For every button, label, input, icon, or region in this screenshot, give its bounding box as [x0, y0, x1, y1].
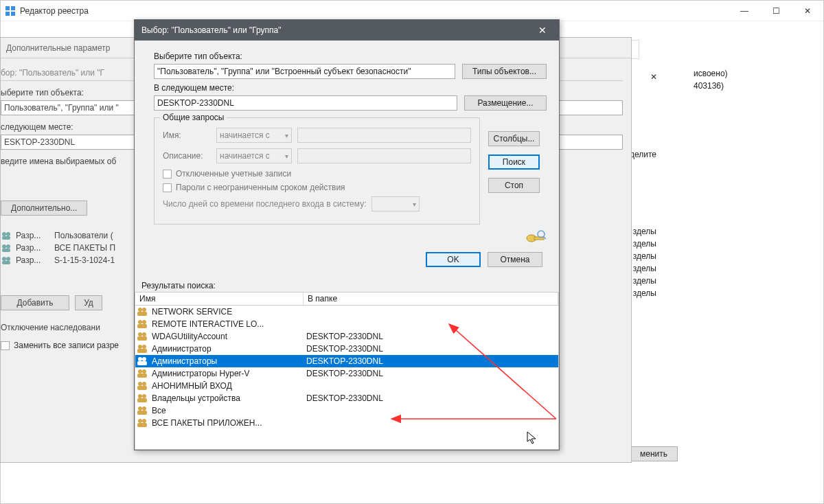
svg-point-8	[6, 244, 10, 249]
result-row[interactable]: АНОНИМНЫЙ ВХОД	[135, 380, 558, 392]
result-row[interactable]: ВСЕ ПАКЕТЫ ПРИЛОЖЕН...	[135, 417, 558, 429]
result-row[interactable]: АдминистраторDESKTOP-2330DNL	[135, 343, 558, 355]
obj-type-input[interactable]: "Пользователь", "Группа" или "Встроенный…	[154, 64, 455, 79]
svg-rect-2	[5, 12, 10, 16]
maximize-button[interactable]: ☐	[760, 1, 792, 21]
ok-button[interactable]: OK	[426, 252, 481, 267]
add-button[interactable]: Добавить	[1, 295, 69, 310]
select-user-group-dialog: Выбор: "Пользователь" или "Группа" ✕ Выб…	[134, 19, 560, 450]
svg-rect-6	[2, 236, 10, 240]
location-input[interactable]: DESKTOP-2330DNL	[154, 95, 457, 111]
principal-icon	[137, 306, 149, 317]
columns-button[interactable]: Столбцы...	[488, 131, 540, 146]
svg-point-10	[2, 257, 6, 261]
close-button[interactable]: ✕	[792, 1, 823, 21]
result-row[interactable]: АдминистраторыDESKTOP-2330DNL	[135, 355, 558, 367]
principal-icon	[137, 417, 149, 428]
adv-breadcrumb: бор: "Пользователь" или "Г	[1, 68, 104, 78]
obj-type-label: Выберите тип объекта:	[154, 51, 547, 61]
disabled-accounts-checkbox	[163, 170, 172, 179]
svg-rect-34	[137, 374, 147, 378]
svg-rect-46	[137, 423, 147, 427]
svg-point-42	[142, 406, 146, 411]
result-row[interactable]: NETWORK SERVICE	[135, 306, 558, 318]
additional-button[interactable]: Дополнительно...	[1, 201, 87, 216]
svg-point-36	[142, 382, 146, 386]
bg-close-button-2[interactable]: ✕	[643, 69, 664, 85]
svg-point-44	[138, 419, 142, 423]
svg-point-18	[142, 308, 146, 312]
principal-icon	[137, 331, 149, 342]
svg-rect-25	[137, 336, 147, 341]
main-titlebar: Редактор реестра — ☐ ✕	[1, 1, 823, 21]
svg-point-35	[138, 382, 142, 386]
regedit-icon	[5, 5, 16, 16]
col-folder[interactable]: В папке	[304, 293, 558, 305]
result-row[interactable]: Владельцы устройстваDESKTOP-2330DNL	[135, 392, 558, 404]
desc-label: Описание:	[163, 151, 211, 161]
find-now-button[interactable]: Поиск	[488, 154, 540, 170]
svg-point-24	[142, 332, 146, 336]
svg-rect-37	[137, 386, 147, 390]
nonexpiring-pwd-checkbox	[163, 183, 172, 192]
svg-rect-19	[137, 312, 147, 316]
svg-point-41	[138, 406, 142, 411]
result-row[interactable]: REMOTE INTERACTIVE LO...	[135, 318, 558, 330]
background-label: делите	[630, 150, 656, 159]
svg-rect-28	[137, 349, 147, 353]
col-name[interactable]: Имя	[135, 293, 304, 305]
svg-rect-1	[11, 6, 15, 10]
svg-rect-43	[137, 411, 147, 415]
name-input	[297, 128, 471, 143]
svg-point-27	[142, 345, 146, 349]
svg-point-39	[142, 394, 146, 398]
principal-icon	[137, 356, 149, 367]
days-label: Число дней со времени последнего входа в…	[163, 199, 366, 209]
svg-point-11	[6, 257, 10, 261]
results-list[interactable]: NETWORK SERVICEREMOTE INTERACTIVE LO...W…	[135, 306, 559, 450]
group-icon	[1, 242, 12, 253]
main-title: Редактор реестра	[20, 6, 89, 16]
common-queries-legend: Общие запросы	[160, 113, 227, 122]
svg-point-33	[142, 369, 146, 374]
svg-rect-9	[2, 249, 10, 252]
days-combo	[371, 196, 420, 211]
common-queries-group: Общие запросы Имя: начинается с Описание…	[154, 117, 480, 225]
replace-checkbox[interactable]	[1, 341, 10, 350]
svg-point-30	[142, 357, 146, 361]
remove-button[interactable]: Уд	[75, 295, 102, 310]
principal-icon	[137, 343, 149, 354]
locations-button[interactable]: Размещение...	[464, 95, 547, 111]
result-row[interactable]: Администраторы Hyper-VDESKTOP-2330DNL	[135, 367, 558, 380]
svg-point-5	[6, 232, 10, 236]
principal-icon	[137, 393, 149, 404]
result-row[interactable]: WDAGUtilityAccountDESKTOP-2330DNL	[135, 330, 558, 343]
object-types-button[interactable]: Типы объектов...	[462, 64, 547, 79]
svg-point-17	[138, 308, 142, 312]
svg-rect-3	[11, 12, 15, 16]
cancel-button[interactable]: Отмена	[488, 252, 542, 267]
results-label: Результаты поиска:	[141, 281, 559, 290]
desc-starts-combo: начинается с	[216, 148, 292, 163]
svg-point-7	[2, 244, 6, 249]
dialog-title: Выбор: "Пользователь" или "Группа"	[141, 25, 282, 35]
results-header: Имя В папке	[135, 292, 559, 306]
principal-icon	[137, 380, 149, 391]
svg-point-32	[138, 369, 142, 374]
svg-point-45	[142, 419, 146, 423]
stop-button[interactable]: Стоп	[488, 178, 540, 193]
key-icon	[525, 229, 547, 244]
svg-rect-0	[5, 6, 10, 10]
name-label: Имя:	[163, 130, 211, 140]
apply-button-bg[interactable]: менить	[630, 446, 678, 461]
principal-icon	[137, 405, 149, 416]
svg-point-21	[142, 320, 146, 324]
dialog-close-button[interactable]: ✕	[533, 20, 552, 41]
result-row[interactable]: Все	[135, 404, 558, 417]
group-icon	[1, 230, 12, 241]
svg-point-4	[2, 232, 6, 236]
minimize-button[interactable]: —	[729, 1, 760, 21]
name-starts-combo: начинается с	[216, 128, 292, 143]
svg-rect-31	[137, 361, 147, 365]
svg-point-26	[138, 345, 142, 349]
